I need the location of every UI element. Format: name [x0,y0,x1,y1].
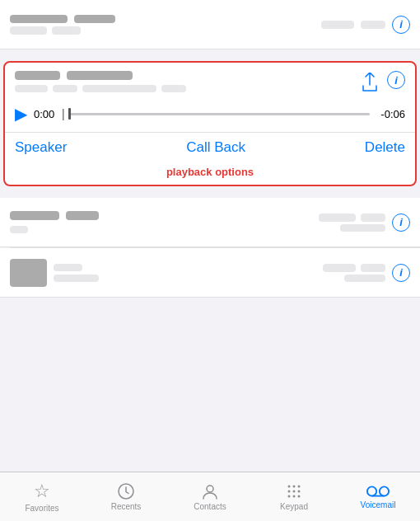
item-3-info [10,211,319,233]
voicemail-item-1: i [0,0,420,49]
voicemail-item-3: i [0,198,420,247]
item-4-sub2-blur [344,275,385,282]
svg-point-11 [367,486,376,495]
playback-options-row: Speaker Call Back Delete [5,132,415,162]
voicemail-list: i [0,0,420,472]
contacts-icon [201,482,219,500]
time-total: -0:06 [376,108,405,120]
voicemail-label: Voicemail [361,500,396,509]
tab-voicemail[interactable]: Voicemail [336,472,420,521]
item-3-name2-blur [66,211,99,220]
item-4-name-blur [54,264,82,271]
exp-sub4-blur [161,85,186,92]
exp-name1-blur [15,71,60,80]
favorites-label: Favorites [25,504,58,513]
svg-point-7 [298,490,301,493]
svg-point-4 [298,486,301,488]
item-4-thumbnail [10,259,47,287]
svg-point-8 [288,495,291,498]
favorites-icon: ☆ [34,481,50,502]
item-4-info-btn[interactable]: i [392,264,410,282]
tab-recents[interactable]: Recents [84,472,168,521]
exp-sub3-blur [82,85,156,92]
progress-track[interactable] [68,113,370,115]
callback-button[interactable]: Call Back [186,139,245,156]
tab-bar: ☆ Favorites Recents Contacts Keypad [0,472,420,521]
recents-label: Recents [111,502,142,511]
play-button[interactable]: ▶ [15,104,27,124]
share-button[interactable] [361,71,379,94]
voicemail-icon [366,484,390,499]
svg-point-2 [288,486,291,488]
svg-point-6 [293,490,296,493]
item-1-subname-blur [74,15,115,23]
svg-point-5 [288,490,291,493]
expanded-header: i [15,71,405,94]
speaker-button[interactable]: Speaker [15,139,67,156]
item-3-right: i [319,214,410,232]
item-1-info [10,15,321,35]
exp-name2-blur [67,71,133,80]
playback-bar: ▶ 0:00 | -0:06 [15,99,405,132]
item-3-name1-blur [10,211,59,220]
item-1-time-blur [10,26,47,35]
exp-sub2-blur [53,85,77,92]
svg-point-12 [380,486,389,495]
item-1-right: i [321,16,410,34]
annotation-label: playback options [15,162,405,185]
item-1-dur-blur [52,26,81,35]
time-current: 0:00 [34,108,58,120]
tab-favorites[interactable]: ☆ Favorites [0,472,84,521]
keypad-label: Keypad [280,502,308,511]
contacts-label: Contacts [194,502,226,511]
svg-point-10 [298,495,301,498]
expanded-info [15,71,361,92]
item-4-sub-blur [54,275,99,282]
scrubber [68,108,71,120]
item-1-extra-blur [321,21,354,29]
item-3-dur-blur [361,214,385,222]
keypad-icon [285,482,303,500]
item-4-info [10,259,323,287]
expanded-actions-right: i [361,71,405,94]
exp-sub1-blur [15,85,48,92]
item-1-extra2-blur [361,21,385,29]
delete-button[interactable]: Delete [365,139,405,156]
recents-icon [117,482,135,500]
item-4-time-blur [323,264,356,272]
item-3-sub2-blur [340,224,385,232]
svg-point-3 [293,486,296,488]
item-3-info-btn[interactable]: i [392,214,410,232]
voicemail-item-2-expanded: i ▶ 0:00 | -0:06 Speaker Call Back Delet… [3,61,417,186]
item-3-sub1-blur [10,226,28,233]
tab-contacts[interactable]: Contacts [168,472,252,521]
item-4-dur-blur [361,264,385,272]
item-4-right: i [323,264,410,282]
voicemail-item-4: i [0,248,420,298]
svg-point-1 [207,486,213,492]
tab-keypad[interactable]: Keypad [252,472,336,521]
item-1-name-blur [10,15,68,23]
item-2-info-btn[interactable]: i [387,71,405,89]
svg-point-9 [293,495,296,498]
item-3-time-blur [319,214,356,222]
time-separator: | [62,107,65,120]
gap-1 [0,49,420,58]
gap-2 [0,190,420,198]
item-1-info-btn[interactable]: i [392,16,410,34]
